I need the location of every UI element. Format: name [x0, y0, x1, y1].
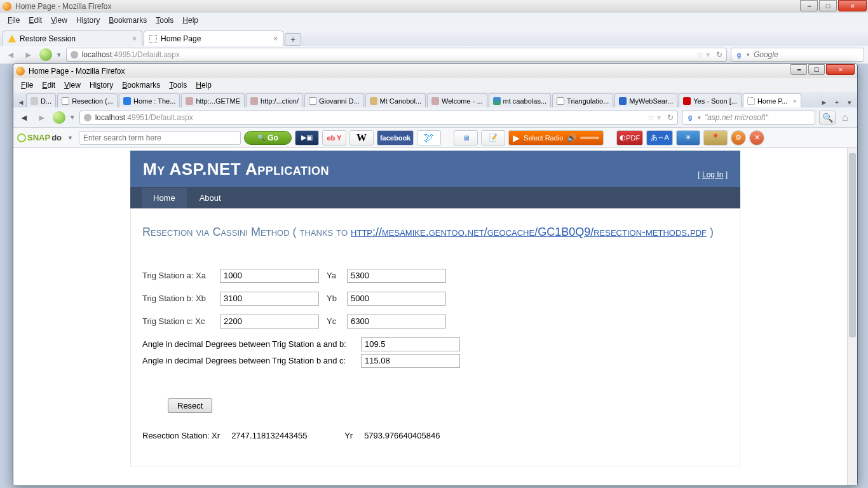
reload-icon[interactable]: ↻ — [667, 113, 674, 122]
home-icon[interactable] — [53, 111, 65, 124]
menu-bookmarks[interactable]: Bookmarks — [118, 79, 164, 91]
new-tab-button[interactable]: + — [285, 33, 301, 46]
wikipedia-icon[interactable]: W — [349, 130, 374, 146]
input-ya[interactable] — [347, 269, 446, 283]
home-icon[interactable] — [39, 48, 52, 61]
url-bar[interactable]: localhost:49951/Default.aspx ☆ ▾ ↻ — [79, 111, 678, 125]
tab-item[interactable]: Home P...× — [743, 93, 801, 107]
menu-view[interactable]: View — [60, 79, 85, 91]
tab-item[interactable]: Yes - Soon [... — [679, 93, 742, 107]
maximize-button[interactable]: ☐ — [819, 0, 837, 11]
star-icon[interactable]: ☆ — [696, 50, 703, 59]
note-icon[interactable]: 📝 — [481, 130, 505, 146]
tab-item[interactable]: mt caabolas... — [489, 93, 551, 107]
new-tab-button[interactable]: + — [832, 97, 842, 107]
map-icon[interactable]: 📍 — [703, 130, 728, 146]
translate-icon[interactable]: あ↔A — [646, 130, 673, 146]
menu-view[interactable]: View — [47, 15, 71, 26]
input-xc[interactable] — [220, 315, 319, 329]
dropdown-icon[interactable]: ▼ — [56, 51, 62, 58]
scrollbar-thumb[interactable] — [849, 153, 856, 337]
tab-item[interactable]: Triangulatio... — [552, 93, 613, 107]
snapdo-menu-icon[interactable]: ▼ — [67, 135, 73, 141]
input-xb[interactable] — [220, 292, 319, 306]
resect-button[interactable]: Resect — [168, 398, 212, 413]
menu-file[interactable]: File — [17, 79, 37, 91]
menu-history[interactable]: History — [86, 79, 117, 91]
tab-item[interactable]: Resection (... — [57, 93, 118, 107]
page-icon — [149, 35, 157, 43]
menu-tools[interactable]: Tools — [165, 79, 191, 91]
scroll-tabs-left[interactable]: ◄ — [16, 97, 26, 107]
close-tab-icon[interactable]: × — [273, 34, 278, 43]
label-xa: Trig Station a: Xa — [142, 271, 212, 280]
search-input[interactable] — [705, 113, 811, 122]
content-heading: Resection via Cassini Method ( thanks to… — [142, 222, 728, 242]
pdf-icon[interactable]: ◐PDF — [616, 130, 643, 146]
star-icon[interactable]: ☆ — [648, 113, 654, 122]
input-yc[interactable] — [347, 315, 446, 329]
search-bar[interactable]: g ▾ — [682, 111, 815, 125]
tab-item[interactable]: Giovanni D... — [304, 93, 364, 107]
login-link[interactable]: Log In — [702, 170, 723, 179]
minimize-button[interactable]: ━ — [800, 0, 818, 11]
tab-restore-session[interactable]: Restore Session × — [3, 30, 142, 46]
url-bar[interactable]: localhost:49951/Default.aspx ☆ ▾ ↻ — [66, 48, 727, 62]
tab-item[interactable]: Mt Canobol... — [365, 93, 426, 107]
back-button[interactable]: ◄ — [17, 112, 31, 123]
snapdo-go-button[interactable]: Go — [244, 131, 292, 145]
toolbar-icon[interactable]: ⚙ — [731, 130, 746, 146]
menu-edit[interactable]: Edit — [38, 79, 59, 91]
forward-button[interactable]: ► — [35, 112, 49, 123]
input-xa[interactable] — [220, 269, 319, 283]
weather-icon[interactable]: ☀ — [676, 130, 700, 146]
scroll-tabs-right[interactable]: ► — [819, 97, 829, 107]
maximize-button[interactable]: ☐ — [808, 64, 825, 75]
menu-bookmarks[interactable]: Bookmarks — [105, 15, 151, 26]
close-button[interactable]: ✕ — [838, 0, 867, 11]
tab-home-page[interactable]: Home Page × — [144, 30, 283, 46]
nav-about[interactable]: About — [188, 188, 233, 208]
menu-history[interactable]: History — [72, 15, 104, 26]
input-yb[interactable] — [347, 292, 446, 306]
tab-item[interactable]: Home : The... — [119, 93, 180, 107]
menu-edit[interactable]: Edit — [25, 15, 46, 26]
input-angle-ab[interactable] — [361, 337, 460, 351]
tabs-menu-button[interactable]: ▾ — [844, 97, 855, 107]
snapdo-logo[interactable]: SNAPdo — [17, 133, 62, 142]
video-icon[interactable]: ▶▣ — [295, 130, 319, 146]
nav-home[interactable]: Home — [142, 188, 187, 208]
scrollbar[interactable] — [847, 148, 857, 485]
close-tab-icon[interactable]: × — [792, 97, 796, 105]
toolbar-close-icon[interactable]: ✕ — [749, 130, 764, 146]
search-input[interactable] — [754, 50, 860, 59]
close-button[interactable]: ✕ — [826, 64, 855, 75]
close-tab-icon[interactable]: × — [132, 34, 137, 43]
minimize-button[interactable]: ━ — [790, 64, 807, 75]
twitter-icon[interactable]: 🕊 — [417, 130, 441, 146]
search-button[interactable]: 🔍 — [819, 111, 836, 125]
tab-label: Restore Session — [20, 34, 76, 43]
tab-item[interactable]: MyWebSear... — [614, 93, 677, 107]
reload-icon[interactable]: ↻ — [716, 50, 722, 59]
menu-tools[interactable]: Tools — [152, 15, 177, 26]
back-button[interactable]: ◄ — [4, 50, 18, 60]
tab-item[interactable]: D... — [26, 93, 56, 107]
snapdo-search-input[interactable] — [79, 131, 241, 145]
reference-link[interactable]: http://mesamike.gentoo.net/geocache/GC1B… — [351, 226, 707, 238]
ebay-icon[interactable]: eb Y — [322, 130, 346, 146]
facebook-icon[interactable]: facebook — [377, 130, 414, 146]
search-bar[interactable]: g ▾ — [731, 48, 864, 62]
tab-item[interactable]: Welcome - ... — [427, 93, 487, 107]
dropdown-icon[interactable]: ▼ — [69, 114, 76, 121]
forward-button[interactable]: ► — [22, 50, 36, 60]
screen-icon[interactable]: 🖥 — [454, 130, 478, 146]
home-button-icon[interactable]: ⌂ — [842, 112, 853, 123]
tab-item[interactable]: http:...GETME — [181, 93, 245, 107]
menu-help[interactable]: Help — [179, 15, 202, 26]
menu-help[interactable]: Help — [192, 79, 215, 91]
radio-widget[interactable]: ▶ Select Radio 🔊 — [508, 130, 604, 146]
input-angle-bc[interactable] — [361, 354, 460, 368]
menu-file[interactable]: File — [4, 15, 24, 26]
tab-item[interactable]: http:/...ction/ — [246, 93, 303, 107]
